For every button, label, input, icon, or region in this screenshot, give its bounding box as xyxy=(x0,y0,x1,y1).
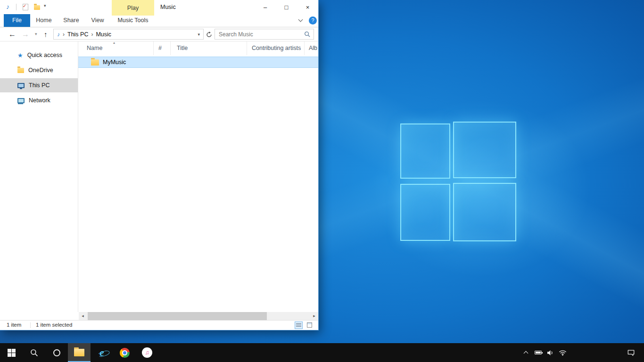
address-bar[interactable]: ♪ › This PC › Music ▾ xyxy=(53,29,204,40)
recent-locations-icon[interactable]: ▾ xyxy=(35,27,37,41)
minimize-button[interactable]: – xyxy=(255,0,276,14)
column-headers: ▴ Name # Title Contributing artists Alb xyxy=(78,41,318,55)
tab-music-tools[interactable]: Music Tools xyxy=(113,14,153,27)
contextual-tab-play[interactable]: Play xyxy=(112,0,154,16)
forward-button[interactable]: → xyxy=(22,27,29,41)
taskbar-file-explorer-button[interactable] xyxy=(68,343,91,362)
taskbar: e ♫ xyxy=(0,343,644,362)
breadcrumb-separator-icon: › xyxy=(91,31,93,38)
expand-ribbon-icon[interactable] xyxy=(299,18,302,21)
tab-file[interactable]: File xyxy=(4,14,30,27)
network-indicator[interactable] xyxy=(556,350,569,356)
title-bar[interactable]: ♪ ✓ ▾ Play Music – □ × xyxy=(0,0,318,14)
column-label: # xyxy=(158,45,162,51)
sidebar-item-quick-access[interactable]: ★ Quick access xyxy=(0,48,78,62)
check-icon: ✓ xyxy=(23,3,26,8)
file-row-mymusic[interactable]: MyMusic xyxy=(78,57,318,68)
item-count: 1 item xyxy=(7,322,21,328)
start-button[interactable] xyxy=(0,343,23,362)
close-button[interactable]: × xyxy=(297,0,318,14)
chrome-icon xyxy=(120,348,130,358)
sidebar-item-network[interactable]: Network xyxy=(0,93,78,107)
cortana-icon xyxy=(53,349,60,356)
show-hidden-icons-button[interactable] xyxy=(520,350,532,355)
tab-share[interactable]: Share xyxy=(60,14,82,27)
windows-logo-pane xyxy=(453,122,516,178)
address-dropdown-icon[interactable]: ▾ xyxy=(198,32,200,37)
sidebar-label: Network xyxy=(29,97,50,104)
window-body: ★ Quick access OneDrive This PC Network … xyxy=(0,41,318,312)
scrollbar-thumb[interactable] xyxy=(88,312,267,320)
folder-icon xyxy=(91,59,99,66)
taskbar-itunes-button[interactable]: ♫ xyxy=(136,343,158,362)
sidebar-item-onedrive[interactable]: OneDrive xyxy=(0,63,78,77)
cortana-button[interactable] xyxy=(45,343,68,362)
music-app-icon: ♪ xyxy=(6,3,9,10)
internet-explorer-icon: e xyxy=(99,348,104,358)
new-folder-icon[interactable] xyxy=(34,5,40,10)
this-pc-icon xyxy=(17,83,25,88)
sidebar-label: This PC xyxy=(29,82,50,89)
help-button[interactable]: ? xyxy=(309,16,317,25)
battery-indicator[interactable] xyxy=(532,351,544,354)
taskbar-internet-explorer-button[interactable]: e xyxy=(91,343,113,362)
large-icons-view-button[interactable] xyxy=(305,321,314,329)
windows-logo-pane xyxy=(400,123,450,179)
refresh-icon xyxy=(206,32,212,38)
selection-count: 1 item selected xyxy=(36,322,72,328)
horizontal-scrollbar[interactable]: ◂ ▸ xyxy=(79,312,318,320)
search-input[interactable] xyxy=(215,29,304,39)
taskbar-chrome-button[interactable] xyxy=(113,343,136,362)
search-box[interactable] xyxy=(215,29,314,40)
column-label: Alb xyxy=(309,45,317,51)
column-header-album[interactable]: Alb xyxy=(305,41,318,55)
customize-toolbar-icon[interactable]: ▾ xyxy=(44,3,46,8)
ribbon-tab-row: File Home Share View Music Tools ? xyxy=(0,14,318,27)
file-explorer-icon xyxy=(74,349,84,356)
column-header-number[interactable]: # xyxy=(154,41,171,55)
action-center-button[interactable] xyxy=(621,349,640,356)
file-list[interactable]: ▴ Name # Title Contributing artists Alb xyxy=(78,41,318,312)
column-header-name[interactable]: ▴ Name xyxy=(78,41,154,55)
quick-access-toolbar-icon[interactable]: ✓ xyxy=(23,4,28,10)
taskbar-search-button[interactable] xyxy=(23,343,45,362)
status-bar: 1 item 1 item selected xyxy=(0,320,318,330)
sidebar-label: Quick access xyxy=(27,52,62,58)
refresh-button[interactable] xyxy=(206,31,212,40)
column-header-contributing-artists[interactable]: Contributing artists xyxy=(247,41,305,55)
column-header-title[interactable]: Title xyxy=(171,41,247,55)
maximize-button[interactable]: □ xyxy=(276,0,297,14)
breadcrumb-music[interactable]: Music xyxy=(96,31,111,38)
sidebar-label: OneDrive xyxy=(28,67,53,74)
action-center-icon xyxy=(627,349,635,356)
volume-indicator[interactable] xyxy=(544,350,556,356)
column-label: Name xyxy=(87,45,102,51)
wifi-icon xyxy=(559,350,567,356)
breadcrumb-this-pc[interactable]: This PC xyxy=(67,31,88,38)
tab-home[interactable]: Home xyxy=(33,14,55,27)
caption-buttons: – □ × xyxy=(255,0,318,14)
network-icon xyxy=(17,98,25,103)
location-music-icon: ♪ xyxy=(57,31,60,38)
chevron-up-icon xyxy=(523,351,528,356)
back-button[interactable]: ← xyxy=(8,27,16,41)
status-divider xyxy=(30,322,31,328)
column-label: Title xyxy=(177,45,188,51)
sidebar-item-this-pc[interactable]: This PC xyxy=(0,78,78,92)
scroll-right-icon[interactable]: ▸ xyxy=(310,312,318,320)
file-explorer-window: ♪ ✓ ▾ Play Music – □ × File Home Share V… xyxy=(0,0,318,330)
breadcrumb-separator-icon: › xyxy=(63,31,65,38)
navigation-pane: ★ Quick access OneDrive This PC Network xyxy=(0,41,78,312)
file-name: MyMusic xyxy=(103,59,126,66)
play-tab-label: Play xyxy=(127,5,139,11)
details-view-button[interactable] xyxy=(295,321,303,329)
up-button[interactable]: ↑ xyxy=(44,27,48,41)
search-icon xyxy=(30,349,38,357)
windows-start-icon xyxy=(8,349,16,357)
search-icon xyxy=(304,31,310,37)
itunes-icon: ♫ xyxy=(142,347,152,358)
window-title: Music xyxy=(160,0,176,14)
tab-view[interactable]: View xyxy=(88,14,107,27)
scroll-left-icon[interactable]: ◂ xyxy=(79,312,87,320)
quick-access-star-icon: ★ xyxy=(17,52,23,58)
